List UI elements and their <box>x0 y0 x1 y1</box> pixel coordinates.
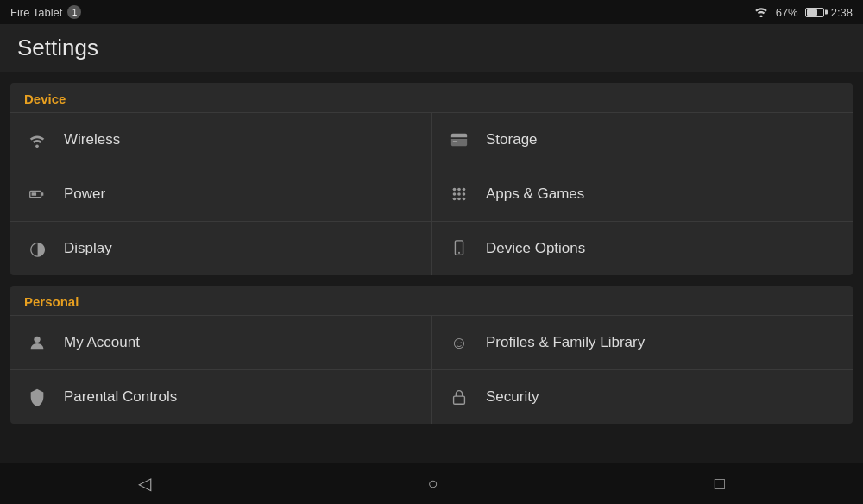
svg-point-14 <box>463 198 466 201</box>
settings-item-wireless[interactable]: Wireless <box>10 112 432 167</box>
home-button[interactable] <box>401 465 463 502</box>
settings-item-storage[interactable]: Storage <box>432 112 853 167</box>
bottom-nav <box>0 463 863 504</box>
power-icon <box>24 181 50 207</box>
svg-point-13 <box>457 198 461 201</box>
profiles-icon: ☺ <box>446 330 472 356</box>
svg-point-11 <box>463 192 466 196</box>
device-options-icon <box>446 236 472 261</box>
security-icon <box>446 384 472 410</box>
security-label: Security <box>486 388 539 406</box>
settings-item-parental-controls[interactable]: Parental Controls <box>10 369 432 424</box>
storage-label: Storage <box>486 131 538 148</box>
personal-section-header: Personal <box>10 286 853 315</box>
apps-icon <box>446 181 472 207</box>
settings-item-profiles[interactable]: ☺ Profiles & Family Library <box>432 315 853 369</box>
page-title: Settings <box>17 35 846 61</box>
status-right: 67% 2:38 <box>753 5 853 20</box>
power-label: Power <box>64 186 105 203</box>
settings-item-display[interactable]: ◑ Display <box>10 221 432 275</box>
svg-point-10 <box>457 192 461 196</box>
status-left: Fire Tablet 1 <box>10 5 81 19</box>
settings-item-apps-games[interactable]: Apps & Games <box>432 167 853 221</box>
svg-point-12 <box>453 198 457 201</box>
device-section-header: Device <box>10 83 853 112</box>
svg-rect-2 <box>453 141 458 142</box>
svg-point-9 <box>453 192 457 196</box>
recent-apps-button[interactable] <box>689 465 751 502</box>
device-settings-grid: Wireless Storage <box>10 112 853 275</box>
status-bar: Fire Tablet 1 67% 2:38 <box>0 0 863 24</box>
storage-icon <box>446 127 472 153</box>
profiles-label: Profiles & Family Library <box>486 334 645 351</box>
display-label: Display <box>64 240 112 257</box>
my-account-label: My Account <box>64 334 140 351</box>
settings-item-device-options[interactable]: Device Options <box>432 221 853 275</box>
battery-percent: 67% <box>776 6 798 19</box>
svg-point-7 <box>457 188 461 192</box>
parental-icon <box>24 384 50 410</box>
device-section: Device Wireless <box>10 83 853 275</box>
svg-rect-18 <box>454 396 465 404</box>
wifi-status-icon <box>753 5 769 20</box>
device-options-label: Device Options <box>486 240 585 257</box>
main-content: Device Wireless <box>0 72 863 465</box>
svg-point-0 <box>759 15 762 17</box>
notification-badge: 1 <box>67 5 81 19</box>
app-name: Fire Tablet <box>10 6 62 19</box>
wireless-icon <box>24 127 50 153</box>
personal-settings-grid: My Account ☺ Profiles & Family Library P… <box>10 315 853 424</box>
personal-section: Personal My Account ☺ Profiles & Family … <box>10 286 853 424</box>
settings-item-power[interactable]: Power <box>10 167 432 221</box>
wireless-label: Wireless <box>64 131 120 148</box>
title-bar: Settings <box>0 24 863 72</box>
display-icon: ◑ <box>24 236 50 261</box>
svg-point-1 <box>35 145 39 148</box>
svg-rect-5 <box>32 192 37 196</box>
svg-point-6 <box>453 188 457 192</box>
settings-item-security[interactable]: Security <box>432 369 853 424</box>
time-display: 2:38 <box>831 6 853 19</box>
svg-rect-4 <box>41 192 44 196</box>
personal-section-title: Personal <box>24 294 79 309</box>
svg-point-17 <box>34 337 40 343</box>
apps-games-label: Apps & Games <box>486 186 584 203</box>
battery-icon <box>805 8 824 17</box>
parental-controls-label: Parental Controls <box>64 388 177 406</box>
device-section-title: Device <box>24 91 66 106</box>
account-icon <box>24 330 50 356</box>
settings-item-my-account[interactable]: My Account <box>10 315 432 369</box>
svg-point-8 <box>463 188 466 192</box>
back-button[interactable] <box>112 464 177 502</box>
